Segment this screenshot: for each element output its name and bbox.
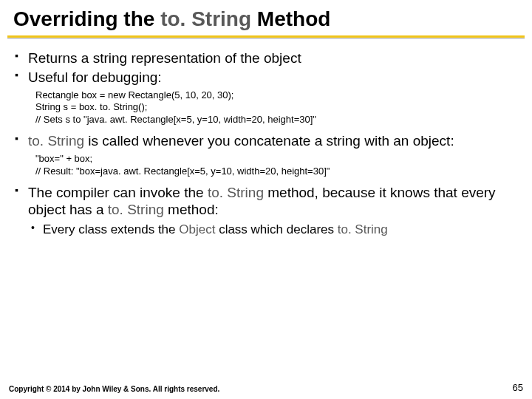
bullet-4-mono: to. String [208,185,264,200]
bullet-5-pre: Every class extends the [43,222,179,236]
slide-title: Overriding the to. String Method [0,0,532,35]
bullet-3-mono: to. String [28,133,84,149]
bullet-4-post: method: [164,202,219,217]
bullet-2-text: Useful for debugging: [28,69,162,85]
slide: Overriding the to. String Method Returns… [0,0,532,399]
code-block-1: Rectangle box = new Rectangle(5, 10, 20,… [13,88,519,132]
title-accent: to. String [160,7,251,30]
bullet-5-mid: class which declares [215,222,337,236]
bullet-1: Returns a string representation of the o… [13,50,519,67]
code-block-2: "box=" + box; // Result: "box=java. awt.… [13,151,519,183]
title-pre: Overriding the [13,7,160,30]
bullet-4-mono2: to. String [108,202,164,217]
footer: Copyright © 2014 by John Wiley & Sons. A… [9,385,523,393]
copyright-text: Copyright © 2014 by John Wiley & Sons. A… [9,385,219,393]
bullet-5-mono: Object [179,222,215,236]
bullet-4-pre: The compiler can invoke the [28,185,208,200]
title-post: Method [251,7,330,30]
bullet-3-post: is called whenever you concatenate a str… [84,133,454,149]
bullet-3: to. String is called whenever you concat… [13,132,519,150]
bullet-5: Every class extends the Object class whi… [13,222,519,237]
page-number: 65 [513,382,523,393]
bullet-4: The compiler can invoke the to. String m… [13,184,519,219]
slide-body: Returns a string representation of the o… [0,39,532,237]
bullet-2: Useful for debugging: [13,69,519,86]
bullet-1-text: Returns a string representation of the o… [28,50,301,66]
bullet-5-mono2: to. String [338,222,388,236]
